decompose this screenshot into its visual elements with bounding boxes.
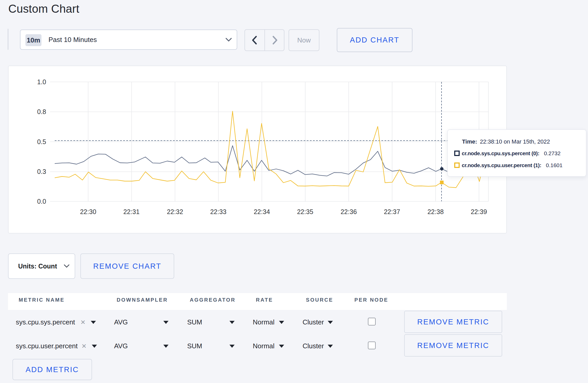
svg-text:1.0: 1.0 <box>37 78 46 86</box>
svg-text:22:36: 22:36 <box>341 208 357 215</box>
svg-text:22:37: 22:37 <box>384 208 400 215</box>
svg-text:0.0: 0.0 <box>37 198 46 205</box>
svg-text:22:33: 22:33 <box>210 208 227 215</box>
svg-text:0.5: 0.5 <box>37 138 46 145</box>
svg-text:22:31: 22:31 <box>123 208 140 215</box>
svg-text:22:32: 22:32 <box>167 208 183 215</box>
svg-text:0.8: 0.8 <box>37 108 46 115</box>
svg-text:0.3: 0.3 <box>37 168 46 175</box>
svg-text:22:30: 22:30 <box>80 208 96 215</box>
svg-text:22:39: 22:39 <box>471 208 487 215</box>
svg-text:22:35: 22:35 <box>297 208 313 215</box>
svg-text:22:38: 22:38 <box>428 208 444 215</box>
svg-text:22:34: 22:34 <box>254 208 270 215</box>
